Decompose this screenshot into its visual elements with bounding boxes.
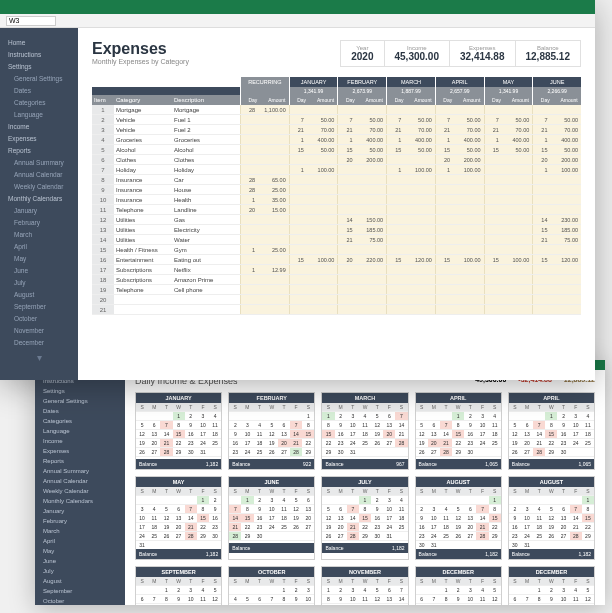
mini-calendar[interactable]: AUGUSTSMTWTFS123456789101112131415161718… — [415, 476, 502, 560]
sidebar-item[interactable]: Dates — [35, 406, 125, 416]
row-description[interactable] — [172, 295, 240, 304]
table-row[interactable]: 21 — [92, 305, 581, 315]
row-category[interactable]: Subscriptions — [114, 265, 172, 274]
row-description[interactable]: Groceries — [172, 135, 240, 144]
row-category[interactable] — [114, 295, 172, 304]
row-description[interactable]: Clothes — [172, 155, 240, 164]
row-category[interactable]: Insurance — [114, 185, 172, 194]
table-row[interactable]: 6ClothesClothes20200.0020200.0020200.00 — [92, 155, 581, 165]
sidebar-item[interactable]: March — [35, 526, 125, 536]
sidebar-item[interactable]: June — [0, 264, 78, 276]
sidebar-item[interactable]: January — [35, 506, 125, 516]
row-category[interactable]: Mortgage — [114, 105, 172, 114]
sidebar-item[interactable]: Categories — [35, 416, 125, 426]
sidebar-item[interactable]: October — [35, 596, 125, 605]
sidebar-item[interactable]: May — [35, 546, 125, 556]
sidebar-item[interactable]: Dates — [0, 84, 78, 96]
row-description[interactable]: Electricity — [172, 225, 240, 234]
row-description[interactable]: Alcohol — [172, 145, 240, 154]
mini-calendar[interactable]: DECEMBERSMTWTFS1234567891011121314151617… — [508, 566, 595, 605]
sidebar-item[interactable]: July — [35, 566, 125, 576]
sidebar-item[interactable]: Language — [0, 108, 78, 120]
sidebar-item[interactable]: Weekly Calendar — [35, 486, 125, 496]
mini-calendar[interactable]: APRILSMTWTFS1234567891011121314151617181… — [415, 392, 502, 470]
table-row[interactable]: 4GroceriesGroceries1400.001400.001400.00… — [92, 135, 581, 145]
sidebar-item[interactable]: October — [0, 312, 78, 324]
table-row[interactable]: 11TelephoneLandline2015.00 — [92, 205, 581, 215]
row-description[interactable]: Fuel 2 — [172, 125, 240, 134]
sidebar-item[interactable]: July — [0, 276, 78, 288]
sidebar-item[interactable]: March — [0, 228, 78, 240]
sidebar-item[interactable]: Expenses — [35, 446, 125, 456]
sidebar-item[interactable]: General Settings — [0, 72, 78, 84]
table-row[interactable]: 20 — [92, 295, 581, 305]
row-category[interactable]: Vehicle — [114, 115, 172, 124]
chevron-down-icon[interactable]: ▾ — [0, 348, 78, 363]
sidebar-item[interactable]: April — [0, 240, 78, 252]
sidebar-item[interactable]: Annual Calendar — [0, 168, 78, 180]
mini-calendar[interactable]: JANUARYSMTWTFS12345678910111213141516171… — [135, 392, 222, 470]
row-description[interactable] — [172, 305, 240, 314]
sidebar-item[interactable]: Annual Calendar — [35, 476, 125, 486]
row-description[interactable]: Landline — [172, 205, 240, 214]
table-row[interactable]: 8InsuranceCar2865.00 — [92, 175, 581, 185]
table-row[interactable]: 12UtilitiesGas14150.0014230.00 — [92, 215, 581, 225]
row-description[interactable]: House — [172, 185, 240, 194]
row-category[interactable]: Clothes — [114, 155, 172, 164]
mini-calendar[interactable]: OCTOBERSMTWTFS12345678910111213141516171… — [228, 566, 315, 605]
sidebar-item[interactable]: Language — [35, 426, 125, 436]
row-category[interactable]: Telephone — [114, 205, 172, 214]
sidebar-item[interactable]: Categories — [0, 96, 78, 108]
table-row[interactable]: 3VehicleFuel 22170.002170.002170.002170.… — [92, 125, 581, 135]
sidebar-item[interactable]: August — [35, 576, 125, 586]
sidebar-item[interactable]: January — [0, 204, 78, 216]
sidebar-item[interactable]: Home — [0, 36, 78, 48]
row-category[interactable]: Health / Fitness — [114, 245, 172, 254]
row-category[interactable]: Utilities — [114, 215, 172, 224]
row-description[interactable]: Mortgage — [172, 105, 240, 114]
row-category[interactable]: Groceries — [114, 135, 172, 144]
sidebar-item[interactable]: Monthly Calendars — [0, 192, 78, 204]
row-category[interactable]: Utilities — [114, 225, 172, 234]
sidebar-item[interactable]: Settings — [0, 60, 78, 72]
row-description[interactable]: Holiday — [172, 165, 240, 174]
sidebar-item[interactable]: Income — [35, 436, 125, 446]
sidebar-item[interactable]: February — [35, 516, 125, 526]
sidebar-item[interactable]: Reports — [35, 456, 125, 466]
sidebar-item[interactable]: Annual Summary — [35, 466, 125, 476]
row-category[interactable]: Entertainment — [114, 255, 172, 264]
sidebar-item[interactable]: September — [35, 586, 125, 596]
table-row[interactable]: 13UtilitiesElectricity15185.0015185.00 — [92, 225, 581, 235]
table-row[interactable]: 15Health / FitnessGym125.00 — [92, 245, 581, 255]
table-row[interactable]: 5AlcoholAlcohol1550.001550.001550.001550… — [92, 145, 581, 155]
sidebar-item[interactable]: June — [35, 556, 125, 566]
sidebar-item[interactable]: December — [0, 336, 78, 348]
row-description[interactable]: Gym — [172, 245, 240, 254]
table-row[interactable]: 7HolidayHoliday1100.001100.001100.001100… — [92, 165, 581, 175]
mini-calendar[interactable]: JULYSMTWTFS12345678910111213141516171819… — [321, 476, 408, 560]
mini-calendar[interactable]: DECEMBERSMTWTFS1234567891011121314151617… — [415, 566, 502, 605]
sidebar-item[interactable]: Instructions — [0, 48, 78, 60]
table-row[interactable]: 10InsuranceHealth135.00 — [92, 195, 581, 205]
sidebar-item[interactable]: Annual Summary — [0, 156, 78, 168]
sidebar-item[interactable]: May — [0, 252, 78, 264]
row-description[interactable]: Amazon Prime — [172, 275, 240, 284]
sidebar-item[interactable]: Monthly Calendars — [35, 496, 125, 506]
table-row[interactable]: 14UtilitiesWater2175.002175.00 — [92, 235, 581, 245]
table-row[interactable]: 17SubscriptionsNetflix112.99 — [92, 265, 581, 275]
mini-calendar[interactable]: MARCHSMTWTFS1234567891011121314151617181… — [321, 392, 408, 470]
sidebar-item[interactable]: August — [0, 288, 78, 300]
row-description[interactable]: Car — [172, 175, 240, 184]
row-category[interactable] — [114, 305, 172, 314]
row-category[interactable]: Insurance — [114, 175, 172, 184]
mini-calendar[interactable]: NOVEMBERSMTWTFS1234567891011121314151617… — [321, 566, 408, 605]
sidebar-item[interactable]: Income — [0, 120, 78, 132]
row-description[interactable]: Eating out — [172, 255, 240, 264]
sidebar-item[interactable]: General Settings — [35, 396, 125, 406]
sidebar-item[interactable]: Settings — [35, 386, 125, 396]
row-description[interactable]: Water — [172, 235, 240, 244]
mini-calendar[interactable]: MAYSMTWTFS123456789101112131415161718192… — [135, 476, 222, 560]
sidebar-item[interactable]: April — [35, 536, 125, 546]
mini-calendar[interactable]: FEBRUARYSMTWTFS1234567891011121314151617… — [228, 392, 315, 470]
table-row[interactable]: 9InsuranceHouse2825.00 — [92, 185, 581, 195]
